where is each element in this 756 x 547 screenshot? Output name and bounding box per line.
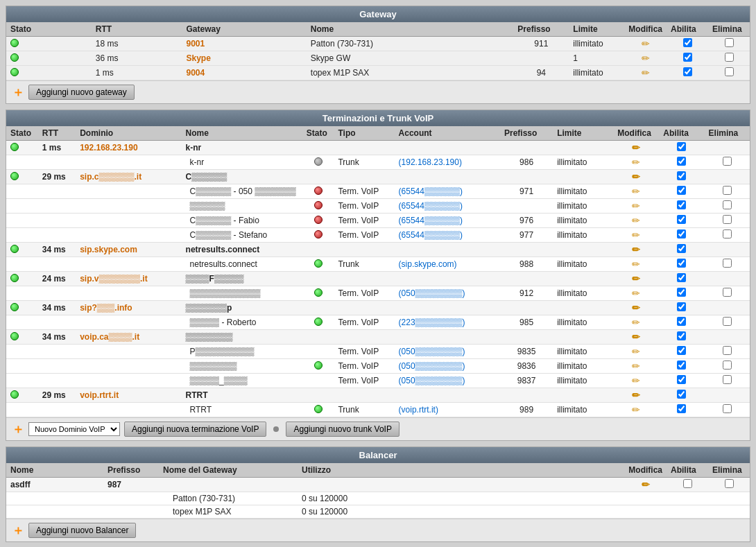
abilita-checkbox[interactable] — [677, 346, 686, 355]
add-gateway-button[interactable]: Aggiungi nuovo gateway — [28, 85, 135, 100]
account-link[interactable]: (050▒▒▒▒▒▒▒▒) — [399, 347, 465, 356]
abilita-checkbox[interactable] — [677, 331, 686, 340]
gateway-link[interactable]: 9004 — [186, 68, 205, 78]
abilita-checkbox[interactable] — [683, 479, 692, 488]
account-link[interactable]: (sip.skype.com) — [399, 259, 457, 269]
abilita-checkbox[interactable] — [677, 142, 686, 151]
abilita-checkbox[interactable] — [677, 302, 686, 311]
abilita-checkbox[interactable] — [677, 215, 686, 224]
elimina-checkbox[interactable] — [723, 404, 732, 413]
abilita-checkbox[interactable] — [677, 259, 686, 268]
edit-icon[interactable]: ✏ — [632, 288, 640, 299]
edit-icon[interactable]: ✏ — [632, 273, 640, 284]
abilita-checkbox[interactable] — [677, 273, 686, 282]
voip-plus-icon[interactable]: ＋ — [12, 423, 24, 435]
elimina-checkbox[interactable] — [725, 479, 734, 488]
add-trunk-button[interactable]: Aggiungi nuovo trunk VoIP — [286, 422, 399, 437]
abilita-cell — [659, 199, 704, 214]
edit-icon[interactable]: ✏ — [632, 244, 640, 255]
balancer-plus-icon[interactable]: ＋ — [12, 524, 24, 537]
elimina-checkbox[interactable] — [725, 53, 734, 62]
elimina-checkbox[interactable] — [723, 215, 732, 224]
edit-icon[interactable]: ✏ — [632, 361, 640, 372]
edit-icon[interactable]: ✏ — [632, 346, 640, 357]
edit-icon[interactable]: ✏ — [642, 479, 650, 490]
domain-select[interactable]: Nuovo Dominio VoIP — [28, 422, 120, 436]
account-link[interactable]: (223▒▒▒▒▒▒▒▒) — [399, 318, 465, 327]
domain-link[interactable]: sip?▒▒▒.info — [80, 303, 132, 313]
add-balancer-button[interactable]: Aggiungi nuovo Balancer — [28, 523, 136, 538]
abilita-checkbox[interactable] — [677, 288, 686, 297]
account-link[interactable]: (65544▒▒▒▒▒▒) — [399, 201, 463, 211]
edit-icon[interactable]: ✏ — [632, 186, 640, 197]
edit-icon[interactable]: ✏ — [632, 259, 640, 270]
gateway-link[interactable]: 9001 — [186, 39, 205, 49]
table-cell — [334, 388, 394, 403]
col-nome: Nome — [307, 22, 513, 37]
edit-icon[interactable]: ✏ — [632, 215, 640, 226]
table-cell: 977 — [500, 228, 553, 243]
account-link[interactable]: (192.168.23.190) — [399, 157, 462, 167]
abilita-checkbox[interactable] — [677, 375, 686, 384]
edit-icon[interactable]: ✏ — [632, 302, 640, 313]
table-cell: Skype GW — [307, 51, 513, 66]
elimina-checkbox[interactable] — [723, 317, 732, 326]
elimina-checkbox[interactable] — [723, 200, 732, 209]
elimina-checkbox[interactable] — [725, 67, 734, 76]
domain-link[interactable]: 192.168.23.190 — [80, 143, 137, 153]
abilita-checkbox[interactable] — [677, 317, 686, 326]
edit-icon[interactable]: ✏ — [632, 404, 640, 415]
abilita-checkbox[interactable] — [677, 361, 686, 370]
account-link[interactable]: (65544▒▒▒▒▒▒) — [399, 216, 463, 225]
domain-link[interactable]: voip.ca▒▒▒▒.it — [80, 332, 139, 342]
elimina-checkbox[interactable] — [723, 346, 732, 355]
abilita-checkbox[interactable] — [677, 229, 686, 238]
abilita-checkbox[interactable] — [677, 171, 686, 180]
account-link[interactable]: (voip.rtrt.it) — [399, 405, 438, 415]
col-dominio: Dominio — [76, 126, 181, 141]
edit-icon[interactable]: ✏ — [632, 142, 640, 153]
elimina-checkbox[interactable] — [723, 229, 732, 238]
abilita-checkbox[interactable] — [677, 244, 686, 253]
elimina-checkbox[interactable] — [723, 259, 732, 268]
account-link[interactable]: (050▒▒▒▒▒▒▒▒) — [399, 376, 465, 385]
edit-icon[interactable]: ✏ — [642, 53, 650, 64]
domain-link[interactable]: sip.skype.com — [80, 245, 137, 254]
abilita-checkbox[interactable] — [677, 186, 686, 195]
elimina-checkbox[interactable] — [723, 361, 732, 370]
gateway-plus-icon[interactable]: ＋ — [12, 86, 24, 98]
account-link[interactable]: (65544▒▒▒▒▒▒) — [399, 186, 463, 196]
elimina-cell — [705, 374, 750, 388]
domain-link[interactable]: voip.rtrt.it — [80, 390, 119, 400]
elimina-checkbox[interactable] — [723, 375, 732, 384]
account-link[interactable]: (65544▒▒▒▒▒▒) — [399, 230, 463, 240]
abilita-checkbox[interactable] — [677, 390, 686, 399]
abilita-checkbox[interactable] — [683, 67, 692, 76]
domain-link[interactable]: sip.v▒▒▒▒▒▒▒.it — [80, 274, 148, 284]
domain-link[interactable]: sip.c▒▒▒▒▒▒.it — [80, 172, 141, 182]
edit-icon[interactable]: ✏ — [642, 38, 650, 49]
elimina-checkbox[interactable] — [723, 288, 732, 297]
abilita-checkbox[interactable] — [683, 38, 692, 47]
edit-icon[interactable]: ✏ — [632, 229, 640, 241]
edit-icon[interactable]: ✏ — [642, 67, 650, 78]
table-cell — [334, 170, 394, 184]
edit-icon[interactable]: ✏ — [632, 200, 640, 211]
elimina-checkbox[interactable] — [723, 186, 732, 195]
edit-icon[interactable]: ✏ — [632, 171, 640, 182]
account-link[interactable]: (050▒▒▒▒▒▒▒▒) — [399, 288, 465, 298]
account-link[interactable]: (050▒▒▒▒▒▒▒▒) — [399, 361, 465, 371]
edit-icon[interactable]: ✏ — [632, 157, 640, 168]
abilita-checkbox[interactable] — [677, 404, 686, 413]
edit-icon[interactable]: ✏ — [632, 317, 640, 328]
add-terminazione-button[interactable]: Aggiungi nuova terminazione VoIP — [124, 422, 266, 437]
edit-icon[interactable]: ✏ — [632, 375, 640, 386]
abilita-checkbox[interactable] — [677, 200, 686, 209]
edit-icon[interactable]: ✏ — [632, 390, 640, 401]
gateway-link[interactable]: Skype — [186, 53, 210, 63]
abilita-checkbox[interactable] — [677, 157, 686, 166]
abilita-checkbox[interactable] — [683, 53, 692, 62]
edit-icon[interactable]: ✏ — [632, 331, 640, 342]
elimina-checkbox[interactable] — [723, 157, 732, 166]
elimina-checkbox[interactable] — [725, 38, 734, 47]
